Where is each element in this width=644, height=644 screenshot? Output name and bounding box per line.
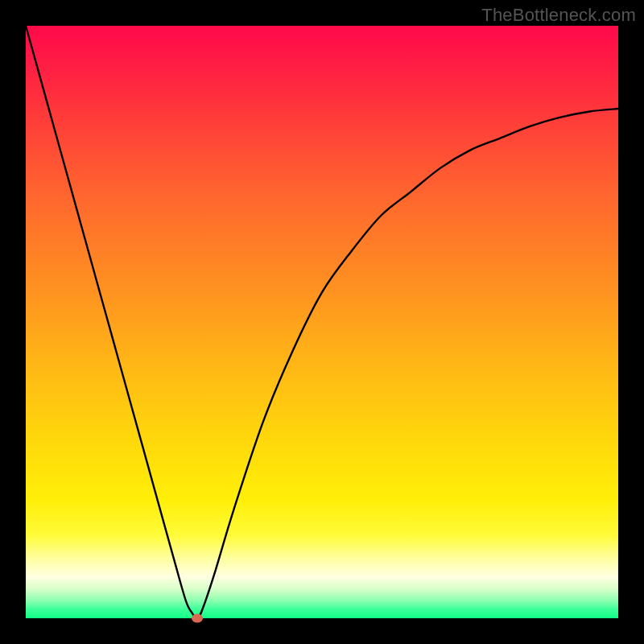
bottleneck-curve [26, 26, 618, 618]
watermark-text: TheBottleneck.com [481, 5, 636, 26]
plot-area [26, 26, 618, 618]
curve-path [26, 26, 618, 618]
chart-frame: TheBottleneck.com [0, 0, 644, 644]
optimal-marker [192, 614, 203, 623]
